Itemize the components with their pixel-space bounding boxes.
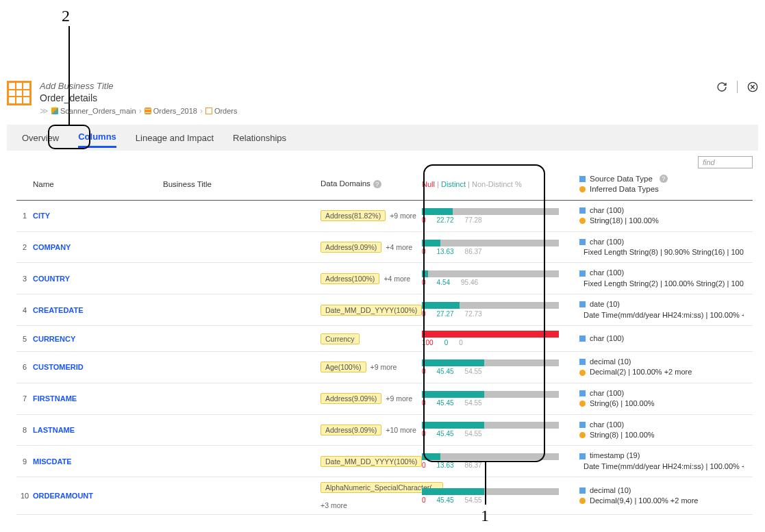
help-icon[interactable]: ? (373, 180, 381, 188)
nondistinct-value: 54.55 (465, 399, 482, 407)
column-name-link[interactable]: COUNTRY (33, 275, 70, 283)
data-domain-tag[interactable]: Address(9.09%) (321, 425, 381, 435)
data-domain-tag[interactable]: Address(9.09%) (321, 242, 381, 253)
row-index: 3 (16, 275, 33, 283)
data-domain-tag[interactable]: Date_MM_DD_YYYY(100%) (321, 456, 422, 467)
breadcrumb-item[interactable]: Orders (205, 107, 238, 115)
source-type-legend-icon (579, 176, 586, 182)
column-name-link[interactable]: LASTNAME (33, 426, 75, 434)
inferred-type-value: Decimal(2) | 100.00% +2 more (590, 367, 692, 377)
tab-bar: Overview Columns Lineage and Impact Rela… (7, 125, 758, 151)
data-domain-more[interactable]: +4 more (386, 243, 412, 251)
data-domains-cell: Date_MM_DD_YYYY(100%) (321, 456, 422, 467)
distinct-value: 45.45 (437, 399, 454, 407)
tab-lineage[interactable]: Lineage and Impact (136, 129, 214, 147)
types-cell: timestamp (19) Date Time(mm/dd/year HH24… (579, 451, 744, 472)
null-value: 0 (422, 399, 426, 407)
data-domain-tag[interactable]: Address(100%) (321, 273, 379, 284)
inferred-type-legend-icon (579, 186, 586, 192)
types-cell: char (100) String(8) | 100.00% (579, 420, 744, 441)
tab-columns[interactable]: Columns (78, 127, 116, 148)
nondistinct-value: 54.55 (465, 430, 482, 438)
data-domains-cell: Address(81.82%) +9 more (321, 210, 422, 221)
column-name-link[interactable]: CREATEDATE (33, 306, 84, 314)
data-domain-more[interactable]: +9 more (371, 363, 397, 371)
source-type-icon (579, 487, 586, 494)
column-name-link[interactable]: CITY (33, 212, 50, 220)
inferred-type-value: Fixed Length String(2) | 100.00% String(… (584, 279, 744, 289)
data-domains-cell: Address(100%) +4 more (321, 273, 422, 284)
business-title-input[interactable]: Add Business Title (40, 81, 716, 91)
null-value: 100 (422, 339, 434, 346)
null-value: 0 (422, 430, 426, 438)
null-distinct-bar (422, 359, 559, 366)
null-distinct-cell: 0 4.54 95.46 (422, 270, 559, 286)
schema-icon (145, 107, 151, 114)
source-type-value: decimal (10) (590, 485, 631, 496)
data-domain-tag[interactable]: Currency (321, 333, 360, 344)
data-domain-more[interactable]: +4 more (384, 275, 410, 283)
table-icon (205, 107, 212, 114)
column-name-link[interactable]: FIRSTNAME (33, 394, 77, 403)
source-type-value: timestamp (19) (590, 451, 640, 461)
column-name-link[interactable]: COMPANY (33, 243, 71, 251)
column-name-link[interactable]: CUSTOMERID (33, 363, 84, 371)
source-type-icon (579, 270, 586, 277)
data-domains-cell: Date_MM_DD_YYYY(100%) (321, 305, 422, 316)
column-name-link[interactable]: CURRENCY (33, 335, 75, 343)
null-distinct-bar (422, 208, 559, 215)
null-distinct-bar (422, 302, 559, 309)
distinct-value: 13.63 (437, 248, 454, 255)
inferred-type-icon (579, 432, 586, 438)
null-value: 0 (422, 368, 426, 375)
null-distinct-bar (422, 422, 559, 429)
null-value: 0 (422, 461, 426, 469)
distinct-value: 27.27 (437, 310, 454, 318)
inferred-type-value: String(8) | 100.00% (590, 430, 655, 440)
data-domain-tag[interactable]: Date_MM_DD_YYYY(100%) (321, 305, 422, 316)
row-index: 6 (16, 363, 33, 371)
column-name-link[interactable]: ORDERAMOUNT (33, 492, 93, 500)
callout-line-1 (485, 462, 486, 505)
tab-relationships[interactable]: Relationships (233, 129, 286, 147)
source-type-value: char (100) (590, 268, 624, 278)
source-type-value: date (10) (590, 299, 620, 309)
data-domain-tag[interactable]: Age(100%) (321, 362, 366, 372)
callout-label-1: 1 (481, 507, 489, 525)
null-value: 0 (422, 310, 426, 318)
null-distinct-cell: 0 45.45 54.55 (422, 391, 559, 407)
data-domain-more[interactable]: +9 more (390, 212, 416, 220)
table-row: 4 CREATEDATE Date_MM_DD_YYYY(100%) 0 27.… (16, 294, 753, 326)
data-domain-more[interactable]: +3 more (321, 501, 347, 509)
inferred-type-value: String(6) | 100.00% (590, 398, 655, 409)
column-name-link[interactable]: MISCDATE (33, 457, 72, 466)
types-cell: char (100) String(18) | 100.00% (579, 205, 744, 227)
distinct-value: 0 (444, 339, 449, 346)
source-type-value: char (100) (590, 237, 624, 247)
columns-table-header: Name Business Title Data Domains? Null |… (16, 170, 753, 201)
columns-table: Name Business Title Data Domains? Null |… (16, 170, 753, 515)
table-row: 10 ORDERAMOUNT AlphaNumeric_SpecialChara… (16, 477, 753, 515)
find-input[interactable]: find (698, 156, 753, 168)
breadcrumb-item[interactable]: Orders_2018 (145, 107, 197, 115)
data-domain-tag[interactable]: Address(9.09%) (321, 393, 381, 404)
data-domain-more[interactable]: +10 more (386, 426, 416, 434)
data-domains-cell: Address(9.09%) +4 more (321, 242, 422, 253)
null-distinct-bar (422, 488, 559, 495)
null-distinct-bar (422, 331, 559, 338)
inferred-type-icon (579, 370, 586, 376)
table-row: 6 CUSTOMERID Age(100%) +9 more 0 45.45 5… (16, 352, 753, 383)
help-icon[interactable]: ? (660, 175, 668, 183)
breadcrumb-item[interactable]: Scanner_Orders_main (51, 107, 136, 115)
data-domains-cell: Currency (321, 333, 422, 344)
null-distinct-bar (422, 240, 559, 246)
data-domain-tag[interactable]: Address(81.82%) (321, 210, 386, 221)
refresh-button[interactable] (716, 81, 727, 92)
close-button[interactable] (747, 81, 758, 92)
data-domain-more[interactable]: +9 more (386, 394, 412, 403)
table-row: 7 FIRSTNAME Address(9.09%) +9 more 0 45.… (16, 383, 753, 415)
separator (737, 81, 738, 93)
source-type-icon (579, 239, 586, 245)
distinct-value: 45.45 (437, 496, 454, 504)
tab-overview[interactable]: Overview (22, 129, 59, 147)
